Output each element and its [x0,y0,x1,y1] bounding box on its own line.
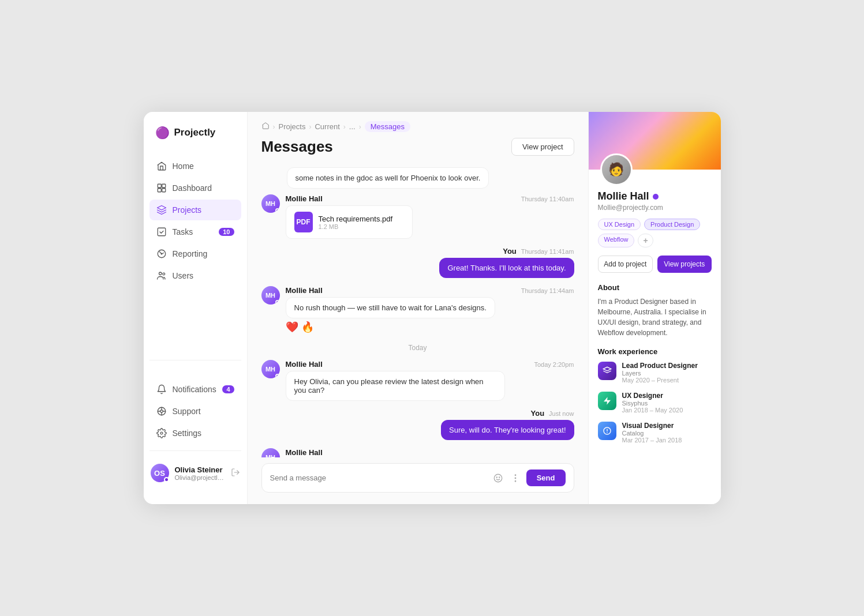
svg-rect-3 [162,189,165,192]
sidebar-item-label: Reporting [173,249,208,258]
logout-icon[interactable] [231,468,240,479]
notifications-icon [156,384,167,395]
work-logo-catalog [598,422,616,440]
message-bubble: Great! Thanks. I'll look at this today. [439,258,574,278]
sidebar-item-support[interactable]: Support [149,401,241,422]
sidebar-item-label: Users [173,271,194,280]
sidebar-divider [149,360,241,360]
tag-webflow[interactable]: Webflow [598,234,635,247]
work-role: UX Designer [622,392,683,400]
dashboard-icon [156,183,167,193]
work-details: Visual Designer Catalog Mar 2017 – Jan 2… [622,422,682,444]
sidebar-item-label: Settings [173,429,202,438]
users-icon [156,271,167,281]
tag-ux-design[interactable]: UX Design [598,219,641,230]
svg-point-13 [494,474,502,482]
message-bubble: some notes in the gdoc as well for Phoen… [287,167,489,189]
profile-name-row: Mollie Hall [598,190,712,202]
file-info: Tech requirements.pdf 1.2 MB [319,215,393,230]
message-meta: Mollie Hall Thursday 11:40am [286,194,574,203]
message-time: Thursday 11:40am [521,196,574,202]
svg-rect-4 [158,228,166,236]
logo-icon: 🟣 [155,126,170,140]
send-button[interactable]: Send [526,469,566,486]
message-body: Mollie Hall Thursday 11:44am No rush tho… [286,286,574,335]
breadcrumb-ellipsis[interactable]: ... [349,122,356,131]
work-logo-sisyphus [598,392,616,410]
message-meta: Mollie Hall [286,448,574,457]
sidebar-item-tasks[interactable]: Tasks 10 [149,221,241,242]
message-time: Today 2:20pm [534,361,574,368]
current-user-name: Olivia Steiner [175,465,225,474]
breadcrumb-projects[interactable]: Projects [279,122,306,131]
work-details: Lead Product Designer Layers May 2020 – … [622,362,698,384]
table-row: MH Mollie Hall Thursday 11:44am No rush … [261,280,574,337]
sidebar-item-settings[interactable]: Settings [149,423,241,444]
more-options-button[interactable] [509,472,522,484]
tag-add-button[interactable]: + [638,234,653,247]
sidebar-item-dashboard[interactable]: Dashboard [149,178,241,198]
profile-body: Mollie Hall Mollie@projectly.com UX Desi… [589,170,721,461]
about-text: I'm a Product Designer based in Melbourn… [598,296,712,338]
online-status-dot [275,208,280,213]
work-company: Sisyphus [622,400,683,407]
file-icon: PDF [294,212,313,232]
svg-point-16 [515,475,516,476]
message-body: Just now You Sure, will do. They're look… [261,409,574,440]
current-user[interactable]: OS Olivia Steiner Olivia@projectly.com [144,458,247,488]
notifications-badge: 4 [222,385,234,393]
file-size: 1.2 MB [319,223,393,230]
sidebar-item-users[interactable]: Users [149,265,241,286]
sidebar-item-label: Tasks [173,227,193,236]
avatar: MH [261,360,280,378]
profile-name: Mollie Hall [598,190,649,202]
tasks-icon [156,227,167,237]
work-role: Lead Product Designer [622,362,698,370]
table-row: Just now You Sure, will do. They're look… [261,403,574,442]
breadcrumb-sep-2: › [309,123,311,131]
avatar: MH [261,286,280,305]
avatar: MH [261,448,280,457]
emoji-button[interactable] [492,472,504,484]
table-row: MH Mollie Hall · · · [261,442,574,457]
main-content: › Projects › Current › ... › Messages Me… [248,112,588,504]
svg-point-10 [160,410,163,413]
message-meta: Just now You [530,409,574,418]
table-row: MH Mollie Hall Thursday 11:40am PDF Tech… [261,189,574,241]
sender-name: Mollie Hall [286,360,323,369]
add-to-project-button[interactable]: Add to project [598,256,653,273]
breadcrumb: › Projects › Current › ... › Messages [248,112,588,132]
message-input[interactable] [270,472,486,486]
list-item: Lead Product Designer Layers May 2020 – … [598,362,712,384]
table-row: Thursday 11:41am You Great! Thanks. I'll… [261,241,574,280]
breadcrumb-home[interactable] [261,122,270,132]
view-project-button[interactable]: View project [511,138,574,156]
main-nav: Home Dashboard Projects Ta [144,156,247,353]
sidebar-item-home[interactable]: Home [149,156,241,176]
tag-product-design[interactable]: Product Design [644,219,700,230]
message-meta: Mollie Hall Today 2:20pm [286,360,574,369]
file-attachment: PDF Tech requirements.pdf 1.2 MB [286,205,413,239]
sidebar-item-reporting[interactable]: Reporting [149,243,241,264]
sidebar-item-label: Notifications [173,385,216,394]
message-meta: Mollie Hall Thursday 11:44am [286,286,574,295]
list-item: UX Designer Sisyphus Jan 2018 – May 2020 [598,392,712,414]
sidebar-bottom: Notifications 4 Support Settings [144,379,247,444]
online-status-dot [275,374,280,378]
sidebar-item-projects[interactable]: Projects [149,200,241,220]
svg-point-6 [160,253,162,255]
svg-point-17 [515,478,516,479]
breadcrumb-current[interactable]: Current [315,122,339,131]
avatar-inner: 🧑 [602,155,631,184]
svg-point-18 [515,480,516,482]
sidebar-item-notifications[interactable]: Notifications 4 [149,379,241,400]
app-name: Projectly [174,127,216,138]
home-icon [156,161,167,171]
work-logo-layers [598,362,616,380]
view-projects-button[interactable]: View projects [657,256,712,273]
sidebar-divider-2 [149,450,241,451]
online-status-dot [164,477,169,482]
message-meta: Thursday 11:41am You [503,247,574,256]
sidebar-item-label: Support [173,407,201,416]
sender-name: Mollie Hall [286,194,323,203]
